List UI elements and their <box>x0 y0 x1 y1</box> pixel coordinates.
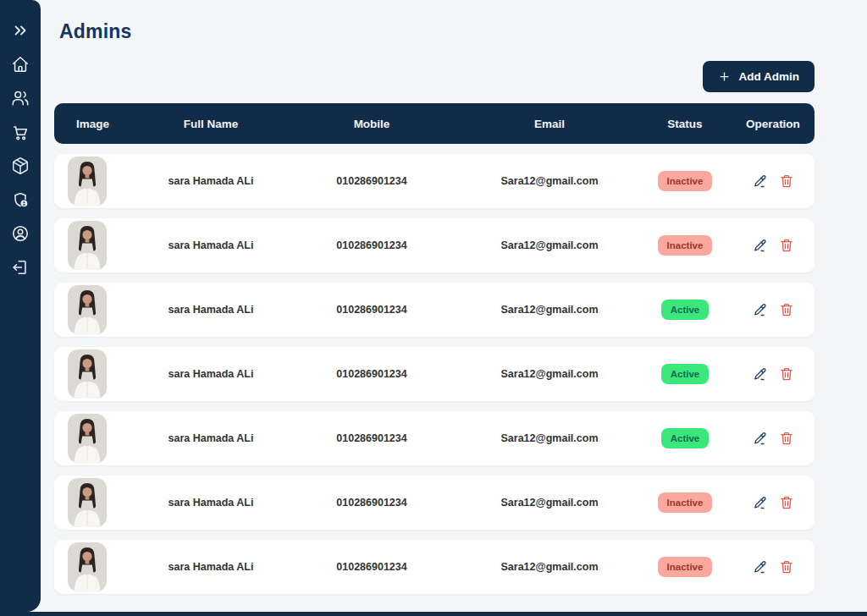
column-header-status: Status <box>638 118 732 130</box>
cell-mobile: 010286901234 <box>283 239 461 251</box>
edit-icon[interactable] <box>753 559 768 575</box>
cell-image <box>54 221 139 270</box>
cell-full-name: sara Hamada ALi <box>139 561 283 573</box>
edit-icon[interactable] <box>753 495 768 510</box>
logout-icon[interactable] <box>11 258 30 277</box>
cell-email: Sara12@gmail.com <box>461 368 638 380</box>
cell-status: Inactive <box>638 557 732 577</box>
edit-icon[interactable] <box>753 302 768 317</box>
status-badge: Active <box>661 300 710 320</box>
bottom-edge-bar <box>0 612 867 616</box>
delete-icon[interactable] <box>779 495 794 510</box>
column-header-operation: Operation <box>732 118 815 130</box>
status-badge: Active <box>661 428 710 448</box>
status-badge: Inactive <box>658 492 713 513</box>
table-row: sara Hamada ALi 010286901234 Sara12@gmai… <box>54 411 815 465</box>
cell-operation <box>732 495 815 510</box>
cell-mobile: 010286901234 <box>283 497 461 509</box>
cell-mobile: 010286901234 <box>283 561 461 573</box>
status-badge: Inactive <box>658 557 713 577</box>
cell-operation <box>732 238 815 253</box>
admin-avatar <box>68 157 107 206</box>
cell-mobile: 010286901234 <box>283 432 461 444</box>
plus-icon <box>718 70 731 83</box>
column-header-image: Image <box>54 118 139 130</box>
main-content: Admins Add Admin Image Full Name Mobile … <box>41 0 867 594</box>
shopping-cart-icon[interactable] <box>11 123 30 141</box>
page-title: Admins <box>59 20 815 43</box>
cell-full-name: sara Hamada ALi <box>139 497 283 509</box>
cell-operation <box>732 559 815 575</box>
cell-email: Sara12@gmail.com <box>461 304 638 316</box>
sidebar <box>0 0 41 612</box>
table-row: sara Hamada ALi 010286901234 Sara12@gmai… <box>54 476 815 530</box>
cell-status: Inactive <box>638 171 732 191</box>
column-header-full-name: Full Name <box>139 118 283 130</box>
user-profile-icon[interactable] <box>11 224 30 243</box>
delete-icon[interactable] <box>779 173 794 189</box>
table-row: sara Hamada ALi 010286901234 Sara12@gmai… <box>54 154 815 208</box>
add-admin-label: Add Admin <box>739 70 800 83</box>
cell-status: Active <box>638 428 732 448</box>
edit-icon[interactable] <box>753 366 768 382</box>
toolbar: Add Admin <box>54 61 815 92</box>
cell-full-name: sara Hamada ALi <box>139 175 283 187</box>
delete-icon[interactable] <box>779 366 794 382</box>
column-header-email: Email <box>461 118 638 130</box>
cell-image <box>54 542 139 591</box>
edit-icon[interactable] <box>753 173 768 189</box>
cell-email: Sara12@gmail.com <box>461 561 638 573</box>
add-admin-button[interactable]: Add Admin <box>703 61 815 92</box>
status-badge: Active <box>661 364 710 384</box>
cell-status: Active <box>638 364 732 384</box>
delete-icon[interactable] <box>779 431 794 446</box>
edit-icon[interactable] <box>753 431 768 446</box>
cell-status: Inactive <box>638 235 732 256</box>
admin-avatar <box>68 221 107 270</box>
delete-icon[interactable] <box>779 238 794 253</box>
column-header-mobile: Mobile <box>283 118 461 130</box>
table-row: sara Hamada ALi 010286901234 Sara12@gmai… <box>54 540 815 594</box>
cell-mobile: 010286901234 <box>283 175 461 187</box>
cell-full-name: sara Hamada ALi <box>139 432 283 444</box>
cell-mobile: 010286901234 <box>283 304 461 316</box>
cell-email: Sara12@gmail.com <box>461 175 638 187</box>
table-body: sara Hamada ALi 010286901234 Sara12@gmai… <box>54 154 815 594</box>
delete-icon[interactable] <box>779 302 794 317</box>
cell-operation <box>732 173 815 189</box>
status-badge: Inactive <box>658 235 713 256</box>
cell-image <box>54 349 139 399</box>
package-icon[interactable] <box>11 157 30 175</box>
cell-email: Sara12@gmail.com <box>461 497 638 509</box>
cell-image <box>54 414 139 463</box>
cell-email: Sara12@gmail.com <box>461 432 638 444</box>
cell-full-name: sara Hamada ALi <box>139 368 283 380</box>
admin-avatar <box>68 349 107 399</box>
cell-mobile: 010286901234 <box>283 368 461 380</box>
users-icon[interactable] <box>11 89 30 107</box>
admin-avatar <box>68 414 107 463</box>
table-row: sara Hamada ALi 010286901234 Sara12@gmai… <box>54 347 815 401</box>
delete-icon[interactable] <box>779 559 794 575</box>
home-icon[interactable] <box>11 55 30 74</box>
status-badge: Inactive <box>658 171 713 191</box>
edit-icon[interactable] <box>753 238 768 253</box>
cell-status: Inactive <box>638 492 732 513</box>
expand-double-chevron-icon[interactable] <box>11 21 30 40</box>
cell-image <box>54 478 139 527</box>
admin-avatar <box>68 542 107 591</box>
admin-avatar <box>68 478 107 527</box>
admin-avatar <box>68 285 107 334</box>
cell-email: Sara12@gmail.com <box>461 239 638 251</box>
cell-image <box>54 157 139 206</box>
cell-status: Active <box>638 300 732 320</box>
table-row: sara Hamada ALi 010286901234 Sara12@gmai… <box>54 218 815 272</box>
cell-operation <box>732 366 815 382</box>
cell-operation <box>732 302 815 317</box>
shield-admin-icon[interactable] <box>11 190 30 209</box>
cell-operation <box>732 431 815 446</box>
cell-full-name: sara Hamada ALi <box>139 304 283 316</box>
cell-full-name: sara Hamada ALi <box>139 239 283 251</box>
table-header: Image Full Name Mobile Email Status Oper… <box>54 103 815 144</box>
table-row: sara Hamada ALi 010286901234 Sara12@gmai… <box>54 283 815 337</box>
